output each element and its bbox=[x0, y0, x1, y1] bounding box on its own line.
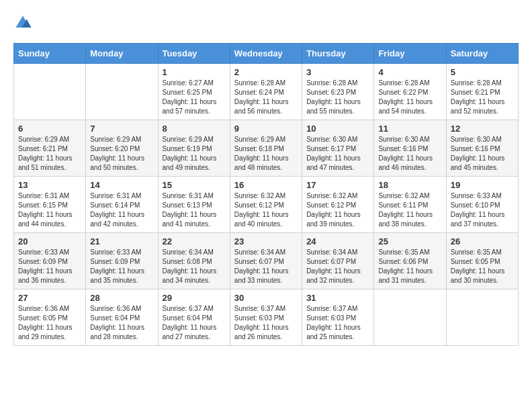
day-info: Sunrise: 6:28 AM Sunset: 6:24 PM Dayligh… bbox=[234, 79, 298, 116]
day-info: Sunrise: 6:36 AM Sunset: 6:04 PM Dayligh… bbox=[90, 304, 153, 342]
calendar-cell: 4Sunrise: 6:28 AM Sunset: 6:22 PM Daylig… bbox=[374, 64, 446, 120]
day-info: Sunrise: 6:33 AM Sunset: 6:10 PM Dayligh… bbox=[451, 191, 514, 229]
header-cell-sunday: Sunday bbox=[14, 44, 86, 64]
calendar-cell: 19Sunrise: 6:33 AM Sunset: 6:10 PM Dayli… bbox=[446, 177, 518, 233]
day-info: Sunrise: 6:29 AM Sunset: 6:19 PM Dayligh… bbox=[163, 135, 226, 173]
day-number: 8 bbox=[163, 124, 226, 134]
day-number: 14 bbox=[90, 180, 153, 190]
calendar-cell: 15Sunrise: 6:31 AM Sunset: 6:13 PM Dayli… bbox=[158, 177, 230, 233]
calendar-header: SundayMondayTuesdayWednesdayThursdayFrid… bbox=[14, 44, 519, 64]
calendar-table: SundayMondayTuesdayWednesdayThursdayFrid… bbox=[13, 43, 519, 346]
calendar-cell: 18Sunrise: 6:32 AM Sunset: 6:11 PM Dayli… bbox=[374, 177, 446, 233]
day-number: 30 bbox=[234, 293, 298, 303]
calendar-cell: 17Sunrise: 6:32 AM Sunset: 6:12 PM Dayli… bbox=[302, 177, 374, 233]
calendar-body: 1Sunrise: 6:27 AM Sunset: 6:25 PM Daylig… bbox=[14, 64, 519, 346]
day-info: Sunrise: 6:30 AM Sunset: 6:16 PM Dayligh… bbox=[451, 135, 514, 173]
calendar-cell: 20Sunrise: 6:33 AM Sunset: 6:09 PM Dayli… bbox=[14, 233, 86, 289]
calendar-cell: 9Sunrise: 6:29 AM Sunset: 6:18 PM Daylig… bbox=[230, 120, 302, 177]
calendar-cell: 31Sunrise: 6:37 AM Sunset: 6:03 PM Dayli… bbox=[302, 289, 374, 346]
header-cell-tuesday: Tuesday bbox=[158, 44, 230, 64]
day-number: 19 bbox=[451, 180, 514, 190]
day-info: Sunrise: 6:30 AM Sunset: 6:16 PM Dayligh… bbox=[378, 135, 441, 173]
day-number: 7 bbox=[90, 124, 153, 134]
day-info: Sunrise: 6:33 AM Sunset: 6:09 PM Dayligh… bbox=[18, 248, 81, 285]
day-number: 2 bbox=[234, 67, 298, 77]
day-number: 22 bbox=[163, 236, 226, 246]
logo bbox=[13, 13, 36, 32]
day-info: Sunrise: 6:28 AM Sunset: 6:21 PM Dayligh… bbox=[451, 79, 514, 116]
calendar-cell: 30Sunrise: 6:37 AM Sunset: 6:03 PM Dayli… bbox=[230, 289, 302, 346]
day-number: 21 bbox=[90, 236, 153, 246]
day-number: 5 bbox=[451, 67, 514, 77]
day-info: Sunrise: 6:29 AM Sunset: 6:20 PM Dayligh… bbox=[90, 135, 153, 173]
calendar-cell: 12Sunrise: 6:30 AM Sunset: 6:16 PM Dayli… bbox=[446, 120, 518, 177]
week-row-1: 1Sunrise: 6:27 AM Sunset: 6:25 PM Daylig… bbox=[14, 64, 519, 120]
day-number: 20 bbox=[18, 236, 81, 246]
day-info: Sunrise: 6:32 AM Sunset: 6:12 PM Dayligh… bbox=[306, 191, 369, 229]
calendar-cell: 2Sunrise: 6:28 AM Sunset: 6:24 PM Daylig… bbox=[230, 64, 302, 120]
calendar-cell: 7Sunrise: 6:29 AM Sunset: 6:20 PM Daylig… bbox=[86, 120, 158, 177]
day-number: 25 bbox=[378, 236, 441, 246]
day-info: Sunrise: 6:29 AM Sunset: 6:18 PM Dayligh… bbox=[234, 135, 298, 173]
day-number: 16 bbox=[234, 180, 298, 190]
day-number: 31 bbox=[306, 293, 369, 303]
calendar-cell bbox=[446, 289, 518, 346]
day-info: Sunrise: 6:32 AM Sunset: 6:11 PM Dayligh… bbox=[378, 191, 441, 229]
day-info: Sunrise: 6:34 AM Sunset: 6:07 PM Dayligh… bbox=[306, 248, 369, 285]
day-number: 4 bbox=[378, 67, 441, 77]
header-cell-friday: Friday bbox=[374, 44, 446, 64]
calendar-cell: 25Sunrise: 6:35 AM Sunset: 6:06 PM Dayli… bbox=[374, 233, 446, 289]
page-header bbox=[13, 13, 519, 32]
calendar-cell bbox=[14, 64, 86, 120]
calendar-cell: 21Sunrise: 6:33 AM Sunset: 6:09 PM Dayli… bbox=[86, 233, 158, 289]
day-info: Sunrise: 6:28 AM Sunset: 6:23 PM Dayligh… bbox=[306, 79, 369, 116]
day-info: Sunrise: 6:35 AM Sunset: 6:06 PM Dayligh… bbox=[378, 248, 441, 285]
day-number: 9 bbox=[234, 124, 298, 134]
header-cell-wednesday: Wednesday bbox=[230, 44, 302, 64]
calendar-cell: 5Sunrise: 6:28 AM Sunset: 6:21 PM Daylig… bbox=[446, 64, 518, 120]
day-number: 28 bbox=[90, 293, 153, 303]
day-info: Sunrise: 6:30 AM Sunset: 6:17 PM Dayligh… bbox=[306, 135, 369, 173]
day-info: Sunrise: 6:27 AM Sunset: 6:25 PM Dayligh… bbox=[163, 79, 226, 116]
calendar-cell bbox=[374, 289, 446, 346]
day-info: Sunrise: 6:29 AM Sunset: 6:21 PM Dayligh… bbox=[18, 135, 81, 173]
day-number: 13 bbox=[18, 180, 81, 190]
day-info: Sunrise: 6:37 AM Sunset: 6:03 PM Dayligh… bbox=[306, 304, 369, 342]
day-number: 26 bbox=[451, 236, 514, 246]
day-info: Sunrise: 6:35 AM Sunset: 6:05 PM Dayligh… bbox=[451, 248, 514, 285]
calendar-cell: 24Sunrise: 6:34 AM Sunset: 6:07 PM Dayli… bbox=[302, 233, 374, 289]
header-cell-monday: Monday bbox=[86, 44, 158, 64]
day-info: Sunrise: 6:32 AM Sunset: 6:12 PM Dayligh… bbox=[234, 191, 298, 229]
day-info: Sunrise: 6:37 AM Sunset: 6:03 PM Dayligh… bbox=[234, 304, 298, 342]
calendar-cell: 28Sunrise: 6:36 AM Sunset: 6:04 PM Dayli… bbox=[86, 289, 158, 346]
day-number: 18 bbox=[378, 180, 441, 190]
day-number: 12 bbox=[451, 124, 514, 134]
day-number: 10 bbox=[306, 124, 369, 134]
calendar-cell: 1Sunrise: 6:27 AM Sunset: 6:25 PM Daylig… bbox=[158, 64, 230, 120]
day-number: 29 bbox=[163, 293, 226, 303]
logo-icon bbox=[13, 13, 32, 32]
day-number: 11 bbox=[378, 124, 441, 134]
day-number: 15 bbox=[163, 180, 226, 190]
calendar-cell: 10Sunrise: 6:30 AM Sunset: 6:17 PM Dayli… bbox=[302, 120, 374, 177]
day-info: Sunrise: 6:31 AM Sunset: 6:13 PM Dayligh… bbox=[163, 191, 226, 229]
day-number: 3 bbox=[306, 67, 369, 77]
calendar-cell bbox=[86, 64, 158, 120]
header-cell-thursday: Thursday bbox=[302, 44, 374, 64]
day-info: Sunrise: 6:37 AM Sunset: 6:04 PM Dayligh… bbox=[163, 304, 226, 342]
week-row-5: 27Sunrise: 6:36 AM Sunset: 6:05 PM Dayli… bbox=[14, 289, 519, 346]
calendar-cell: 23Sunrise: 6:34 AM Sunset: 6:07 PM Dayli… bbox=[230, 233, 302, 289]
calendar-cell: 26Sunrise: 6:35 AM Sunset: 6:05 PM Dayli… bbox=[446, 233, 518, 289]
day-info: Sunrise: 6:28 AM Sunset: 6:22 PM Dayligh… bbox=[378, 79, 441, 116]
calendar-cell: 3Sunrise: 6:28 AM Sunset: 6:23 PM Daylig… bbox=[302, 64, 374, 120]
week-row-4: 20Sunrise: 6:33 AM Sunset: 6:09 PM Dayli… bbox=[14, 233, 519, 289]
calendar-cell: 14Sunrise: 6:31 AM Sunset: 6:14 PM Dayli… bbox=[86, 177, 158, 233]
day-info: Sunrise: 6:33 AM Sunset: 6:09 PM Dayligh… bbox=[90, 248, 153, 285]
day-info: Sunrise: 6:31 AM Sunset: 6:14 PM Dayligh… bbox=[90, 191, 153, 229]
header-cell-saturday: Saturday bbox=[446, 44, 518, 64]
week-row-3: 13Sunrise: 6:31 AM Sunset: 6:15 PM Dayli… bbox=[14, 177, 519, 233]
calendar-cell: 16Sunrise: 6:32 AM Sunset: 6:12 PM Dayli… bbox=[230, 177, 302, 233]
calendar-cell: 8Sunrise: 6:29 AM Sunset: 6:19 PM Daylig… bbox=[158, 120, 230, 177]
day-info: Sunrise: 6:31 AM Sunset: 6:15 PM Dayligh… bbox=[18, 191, 81, 229]
day-number: 27 bbox=[18, 293, 81, 303]
